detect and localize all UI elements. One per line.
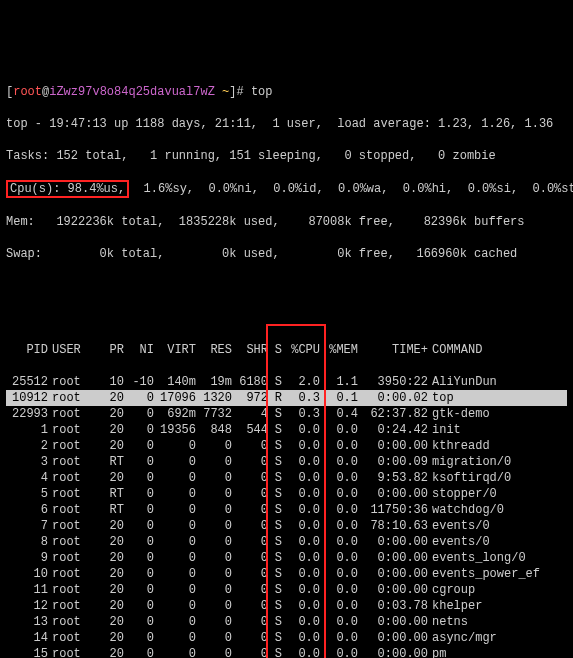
- cell-ni: -10: [124, 374, 154, 390]
- cell-res: 0: [196, 454, 232, 470]
- terminal[interactable]: [root@iZwz97v8o84q25davual7wZ ~]# top to…: [6, 68, 567, 658]
- cell-virt: 140m: [154, 374, 196, 390]
- cell-ni: 0: [124, 390, 154, 406]
- blank-line: [6, 278, 567, 294]
- table-row: 1root20019356848544S0.00.00:24.42init: [6, 422, 567, 438]
- cell-pr: 20: [94, 566, 124, 582]
- cell-virt: 0: [154, 614, 196, 630]
- cell-s: R: [268, 390, 284, 406]
- cell-ni: 0: [124, 614, 154, 630]
- col-ni: NI: [124, 342, 154, 358]
- cell-cpu: 0.0: [284, 454, 322, 470]
- cell-ni: 0: [124, 422, 154, 438]
- cell-time: 0:00.00: [358, 614, 428, 630]
- cell-shr: 0: [232, 438, 268, 454]
- table-row: 5rootRT0000S0.00.00:00.00stopper/0: [6, 486, 567, 502]
- cell-res: 0: [196, 518, 232, 534]
- cell-cmd: pm: [428, 646, 567, 658]
- table-row: 15root200000S0.00.00:00.00pm: [6, 646, 567, 658]
- cell-user: root: [48, 614, 94, 630]
- col-pid: PID: [6, 342, 48, 358]
- cell-s: S: [268, 534, 284, 550]
- cell-pid: 14: [6, 630, 48, 646]
- cell-res: 1320: [196, 390, 232, 406]
- cell-virt: 0: [154, 502, 196, 518]
- table-row: 4root200000S0.00.09:53.82ksoftirqd/0: [6, 470, 567, 486]
- cell-cpu: 0.0: [284, 566, 322, 582]
- cell-pr: 10: [94, 374, 124, 390]
- table-row: 25512root10-10140m19m6180S2.01.13950:22A…: [6, 374, 567, 390]
- col-time: TIME+: [358, 342, 428, 358]
- cell-cpu: 0.0: [284, 630, 322, 646]
- table-row: 9root200000S0.00.00:00.00events_long/0: [6, 550, 567, 566]
- cell-s: S: [268, 422, 284, 438]
- summary-line-2: Tasks: 152 total, 1 running, 151 sleepin…: [6, 148, 567, 164]
- cell-shr: 544: [232, 422, 268, 438]
- cell-virt: 0: [154, 486, 196, 502]
- cell-user: root: [48, 566, 94, 582]
- cell-mem: 0.0: [322, 630, 358, 646]
- cell-ni: 0: [124, 454, 154, 470]
- cell-s: S: [268, 566, 284, 582]
- cell-ni: 0: [124, 598, 154, 614]
- cell-pr: 20: [94, 518, 124, 534]
- cell-ni: 0: [124, 518, 154, 534]
- cell-user: root: [48, 406, 94, 422]
- cell-time: 0:00.00: [358, 566, 428, 582]
- cell-pid: 13: [6, 614, 48, 630]
- cell-cpu: 0.0: [284, 438, 322, 454]
- cell-user: root: [48, 598, 94, 614]
- cell-cmd: events_power_ef: [428, 566, 567, 582]
- cell-cmd: AliYunDun: [428, 374, 567, 390]
- cell-mem: 0.0: [322, 550, 358, 566]
- cell-cmd: ksoftirqd/0: [428, 470, 567, 486]
- cell-mem: 0.0: [322, 598, 358, 614]
- cell-res: 7732: [196, 406, 232, 422]
- cell-user: root: [48, 486, 94, 502]
- cell-virt: 692m: [154, 406, 196, 422]
- cell-cpu: 0.0: [284, 518, 322, 534]
- cell-user: root: [48, 438, 94, 454]
- cell-res: 0: [196, 614, 232, 630]
- table-row: 10912root200170961320972R0.30.10:00.02to…: [6, 390, 567, 406]
- cell-cmd: async/mgr: [428, 630, 567, 646]
- table-row: 8root200000S0.00.00:00.00events/0: [6, 534, 567, 550]
- cell-cpu: 0.0: [284, 470, 322, 486]
- prompt-host: iZwz97v8o84q25davual7wZ: [49, 85, 215, 99]
- cell-pr: 20: [94, 598, 124, 614]
- cell-pid: 25512: [6, 374, 48, 390]
- cell-cmd: top: [428, 390, 567, 406]
- cell-shr: 4: [232, 406, 268, 422]
- cell-user: root: [48, 454, 94, 470]
- cell-time: 0:00.00: [358, 582, 428, 598]
- cell-mem: 0.0: [322, 582, 358, 598]
- cell-pid: 7: [6, 518, 48, 534]
- cell-mem: 0.0: [322, 534, 358, 550]
- col-pr: PR: [94, 342, 124, 358]
- cell-cmd: cgroup: [428, 582, 567, 598]
- cell-pr: RT: [94, 454, 124, 470]
- cell-time: 0:00.09: [358, 454, 428, 470]
- cell-mem: 0.0: [322, 422, 358, 438]
- cell-virt: 17096: [154, 390, 196, 406]
- cell-ni: 0: [124, 550, 154, 566]
- cell-ni: 0: [124, 438, 154, 454]
- cell-mem: 1.1: [322, 374, 358, 390]
- cell-user: root: [48, 390, 94, 406]
- cell-cpu: 0.0: [284, 550, 322, 566]
- cell-s: S: [268, 438, 284, 454]
- cell-pr: RT: [94, 486, 124, 502]
- cell-pid: 4: [6, 470, 48, 486]
- cell-mem: 0.0: [322, 438, 358, 454]
- cell-cpu: 0.0: [284, 582, 322, 598]
- cell-ni: 0: [124, 502, 154, 518]
- table-row: 13root200000S0.00.00:00.00netns: [6, 614, 567, 630]
- cell-virt: 0: [154, 470, 196, 486]
- cell-res: 0: [196, 438, 232, 454]
- summary-line-5: Swap: 0k total, 0k used, 0k free, 166960…: [6, 246, 567, 262]
- cell-shr: 0: [232, 486, 268, 502]
- cell-s: S: [268, 470, 284, 486]
- cell-pid: 15: [6, 646, 48, 658]
- cell-virt: 0: [154, 582, 196, 598]
- cell-ni: 0: [124, 534, 154, 550]
